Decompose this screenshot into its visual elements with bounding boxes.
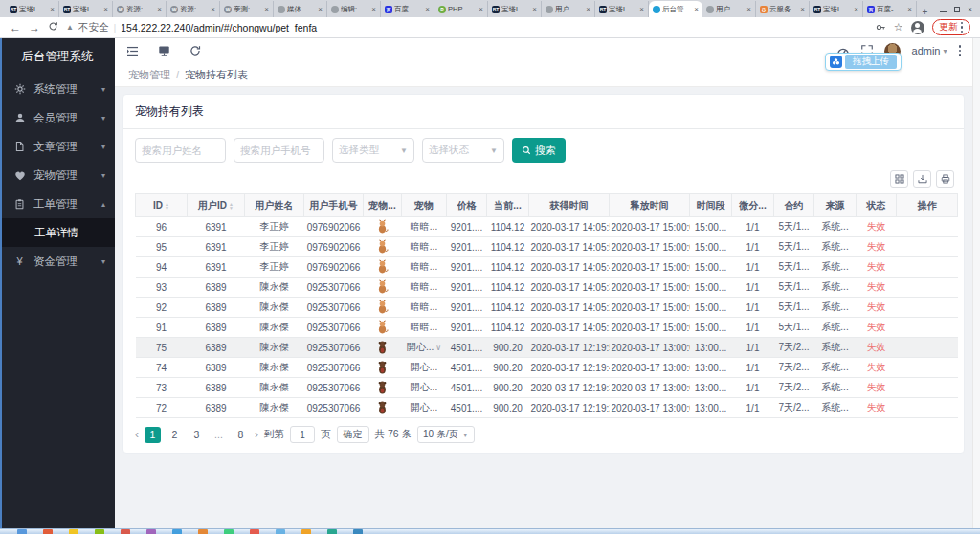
prev-page-icon[interactable]: ‹ <box>135 428 139 441</box>
browser-tab[interactable]: 用户× <box>702 1 756 17</box>
collapse-menu-icon[interactable] <box>126 46 139 56</box>
type-select[interactable]: 选择类型 ▼ <box>332 138 414 163</box>
browser-profile-icon[interactable] <box>911 21 924 34</box>
restore-icon[interactable] <box>954 7 960 12</box>
browser-tab[interactable]: W亲测:× <box>220 1 274 17</box>
column-filter-button[interactable] <box>890 170 908 188</box>
next-page-icon[interactable]: › <box>255 428 258 441</box>
browser-tab[interactable]: BT宝塔L× <box>488 1 542 17</box>
browser-tab[interactable]: 编辑:× <box>327 1 381 17</box>
netdisk-upload-widget[interactable]: 拖拽上传 <box>825 53 902 71</box>
tab-close-icon[interactable]: × <box>479 5 483 13</box>
status-select[interactable]: 选择状态 ▼ <box>422 138 504 163</box>
browser-tab[interactable]: W资源:× <box>167 1 220 17</box>
breadcrumb-parent[interactable]: 宠物管理 <box>128 68 170 82</box>
close-icon[interactable]: × <box>968 6 972 13</box>
tab-close-icon[interactable]: × <box>211 5 215 13</box>
tab-close-icon[interactable]: × <box>318 5 323 13</box>
export-button[interactable] <box>913 170 931 188</box>
browser-tab[interactable]: 百百度× <box>381 1 434 17</box>
tab-close-icon[interactable]: × <box>157 5 162 13</box>
sidebar-item-文章管理[interactable]: 文章管理▾ <box>0 132 115 161</box>
page-number-8[interactable]: 8 <box>233 427 249 443</box>
taskbar-app-icon[interactable] <box>327 529 337 534</box>
confirm-button[interactable]: 确定 <box>337 426 369 443</box>
tab-close-icon[interactable]: × <box>639 5 644 13</box>
tab-close-icon[interactable]: × <box>532 5 537 13</box>
key-icon[interactable] <box>876 19 886 36</box>
back-icon[interactable]: ← <box>10 21 21 34</box>
minimize-icon[interactable] <box>940 8 947 12</box>
browser-tab[interactable]: 媒体× <box>274 1 327 17</box>
forward-icon[interactable]: → <box>29 21 40 34</box>
search-button[interactable]: 搜索 <box>512 138 566 163</box>
taskbar-app-icon[interactable] <box>276 529 285 534</box>
reload-icon[interactable] <box>48 21 58 34</box>
sidebar-item-宠物管理[interactable]: 宠物管理▾ <box>0 161 115 189</box>
column-header-ID[interactable]: ID▲▼ <box>136 194 188 217</box>
tab-close-icon[interactable]: × <box>746 5 751 13</box>
taskbar-app-icon[interactable] <box>95 529 104 534</box>
expand-chevron-icon[interactable]: ∨ <box>435 344 441 352</box>
table-row[interactable]: 936389陳永傑0925307066暗暗...9201....1104.122… <box>136 278 958 298</box>
tab-close-icon[interactable]: × <box>854 5 858 13</box>
tab-close-icon[interactable]: × <box>425 5 430 13</box>
column-header-用户ID[interactable]: 用户ID▲▼ <box>188 194 245 217</box>
browser-tab[interactable]: BT宝塔L× <box>6 1 59 17</box>
sidebar-subitem-工单详情[interactable]: 工单详情 <box>0 218 115 247</box>
chrome-update-button[interactable]: 更新 <box>932 19 971 35</box>
browser-tab[interactable]: 百百度-× <box>863 1 917 17</box>
browser-tab[interactable]: 后台管× <box>649 1 702 17</box>
bookmark-star-icon[interactable]: ☆ <box>894 21 903 33</box>
taskbar-app-icon[interactable] <box>172 529 182 534</box>
omnibox[interactable]: ▲ 不安全 | 154.222.22.240/admin/#/chongwu/p… <box>66 21 868 34</box>
taskbar-app-icon[interactable] <box>250 529 259 534</box>
tab-close-icon[interactable]: × <box>800 5 805 13</box>
page-number-1[interactable]: 1 <box>145 427 161 443</box>
page-number-2[interactable]: 2 <box>167 427 183 443</box>
taskbar-app-icon[interactable] <box>198 529 208 534</box>
sidebar-item-系统管理[interactable]: 系统管理▾ <box>0 75 115 103</box>
print-button[interactable] <box>936 170 954 188</box>
jump-page-input[interactable] <box>290 426 315 443</box>
taskbar-app-icon[interactable] <box>69 529 78 534</box>
new-tab-button[interactable]: + <box>917 7 932 17</box>
taskbar-app-icon[interactable] <box>353 529 363 534</box>
admin-dropdown[interactable]: admin ▾ <box>912 45 947 56</box>
search-phone-input[interactable] <box>234 138 324 163</box>
page-number-3[interactable]: 3 <box>189 427 205 443</box>
taskbar-app-icon[interactable] <box>43 529 53 534</box>
tab-close-icon[interactable]: × <box>907 5 912 13</box>
table-row[interactable]: 726389陳永傑0925307066開心...4501....900.2020… <box>136 398 958 418</box>
table-row[interactable]: 956391李正婷0976902066暗暗...9201....1104.122… <box>136 237 958 257</box>
sort-icon[interactable]: ▲▼ <box>165 202 169 210</box>
browser-tab[interactable]: PPHP× <box>434 1 488 17</box>
search-name-input[interactable] <box>135 138 226 163</box>
taskbar-app-icon[interactable] <box>224 529 234 534</box>
more-options-icon[interactable] <box>959 45 962 56</box>
taskbar-app-icon[interactable] <box>301 529 311 534</box>
tab-close-icon[interactable]: × <box>50 5 55 13</box>
table-row[interactable]: 966391李正婷0976902066暗暗...9201....1104.122… <box>136 217 958 237</box>
table-row[interactable]: 926389陳永傑0925307066暗暗...9201....1104.122… <box>136 298 958 318</box>
tab-close-icon[interactable]: × <box>103 5 108 13</box>
browser-tab[interactable]: BT宝塔L× <box>595 1 649 17</box>
browser-tab[interactable]: 用户× <box>542 1 595 17</box>
browser-tab[interactable]: BT宝塔L× <box>59 1 113 17</box>
browser-tab[interactable]: W资源:× <box>113 1 167 17</box>
refresh-icon[interactable] <box>189 45 201 56</box>
taskbar-app-icon[interactable] <box>17 529 27 534</box>
page-scrollbar[interactable] <box>972 38 980 528</box>
tab-close-icon[interactable]: × <box>371 5 376 13</box>
screen-icon[interactable] <box>158 45 170 56</box>
tab-close-icon[interactable]: × <box>264 5 269 13</box>
sort-icon[interactable]: ▲▼ <box>229 202 234 210</box>
table-row[interactable]: 736389陳永傑0925307066開心...4501....900.2020… <box>136 378 958 398</box>
table-row[interactable]: 946391李正婷0976902066暗暗...9201....1104.122… <box>136 257 958 278</box>
taskbar-app-icon[interactable] <box>146 529 156 534</box>
windows-taskbar[interactable] <box>0 528 980 534</box>
sidebar-item-资金管理[interactable]: ¥资金管理▾ <box>0 247 115 276</box>
tab-close-icon[interactable]: × <box>586 5 590 13</box>
taskbar-app-icon[interactable] <box>121 529 130 534</box>
browser-tab[interactable]: {}云服务× <box>756 1 810 17</box>
